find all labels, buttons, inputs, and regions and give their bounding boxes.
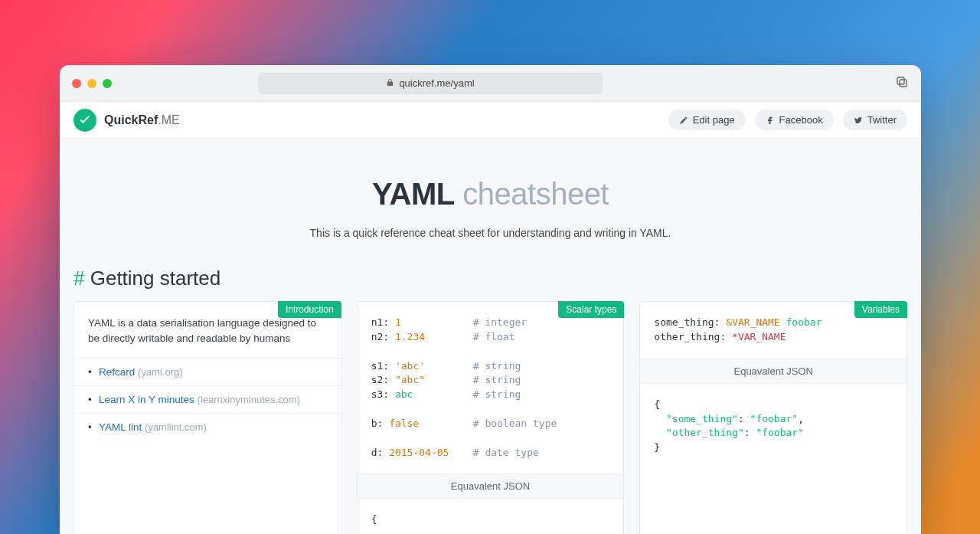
- list-item: •Refcard (yaml.org): [74, 359, 341, 386]
- card-variables: Variables some_thing: &VAR_NAME foobar o…: [639, 301, 907, 534]
- page-body: YAML cheatsheet This is a quick referenc…: [60, 139, 921, 534]
- url-text: quickref.me/yaml: [399, 77, 474, 89]
- edit-page-label: Edit page: [693, 114, 735, 126]
- twitter-button[interactable]: Twitter: [843, 110, 907, 130]
- edit-page-button[interactable]: Edit page: [668, 110, 746, 130]
- card-tag: Variables: [854, 301, 907, 318]
- minimize-button[interactable]: [87, 79, 96, 88]
- lock-icon: [386, 78, 394, 88]
- card-tag: Scalar types: [558, 301, 624, 318]
- tabs-icon[interactable]: [895, 75, 909, 92]
- facebook-button[interactable]: Facebook: [755, 110, 834, 130]
- card-grid: Introduction YAML is a data serialisatio…: [74, 301, 907, 534]
- scalar-json: {: [358, 499, 624, 534]
- traffic-lights: [72, 79, 112, 88]
- browser-window: quickref.me/yaml QuickRef.ME Edit page F…: [60, 65, 921, 534]
- scalar-code: n1: 1 # integer n2: 1.234 # float s1: 'a…: [358, 302, 624, 473]
- site-header: QuickRef.ME Edit page Facebook Twitter: [60, 102, 921, 139]
- link-refcard[interactable]: Refcard: [99, 366, 135, 378]
- logo[interactable]: QuickRef.ME: [74, 109, 180, 132]
- card-tag: Introduction: [278, 301, 341, 318]
- section-heading: # Getting started: [74, 267, 907, 290]
- link-learnxy[interactable]: Learn X in Y minutes: [99, 394, 194, 405]
- link-yamllint[interactable]: YAML lint: [99, 421, 142, 433]
- page-title: YAML cheatsheet: [74, 177, 907, 211]
- svg-rect-1: [897, 77, 904, 84]
- title-bar: quickref.me/yaml: [60, 65, 921, 102]
- card-introduction: Introduction YAML is a data serialisatio…: [74, 301, 341, 534]
- hero: YAML cheatsheet This is a quick referenc…: [74, 177, 907, 239]
- equivalent-json-header: Equavalent JSON: [358, 473, 624, 499]
- card-scalar-types: Scalar types n1: 1 # integer n2: 1.234 #…: [357, 301, 625, 534]
- logo-icon: [74, 109, 96, 132]
- twitter-label: Twitter: [867, 114, 897, 126]
- page-subtitle: This is a quick reference cheat sheet fo…: [74, 227, 907, 239]
- close-button[interactable]: [72, 79, 81, 88]
- variables-json: { "some_thing": "foobar", "other_thing":…: [640, 384, 906, 469]
- svg-rect-0: [900, 80, 906, 87]
- list-item: •YAML lint (yamllint.com): [74, 414, 341, 441]
- intro-links: •Refcard (yaml.org) •Learn X in Y minute…: [74, 358, 341, 441]
- header-actions: Edit page Facebook Twitter: [668, 110, 907, 130]
- brand-text: QuickRef.ME: [104, 113, 180, 127]
- list-item: •Learn X in Y minutes (learnxinyminutes.…: [74, 386, 341, 414]
- url-bar[interactable]: quickref.me/yaml: [258, 73, 603, 94]
- facebook-label: Facebook: [779, 114, 823, 126]
- maximize-button[interactable]: [103, 79, 112, 88]
- equivalent-json-header: Equavalent JSON: [640, 359, 906, 384]
